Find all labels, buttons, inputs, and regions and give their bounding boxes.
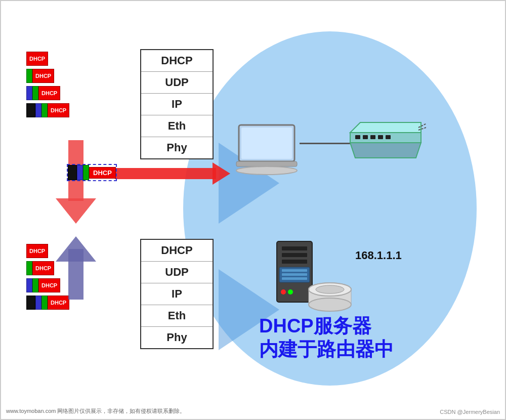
top-seg-ip-4 bbox=[35, 103, 41, 117]
dhcp-server-label-line1: DHCP服务器 bbox=[259, 315, 394, 338]
top-seg-udp-4 bbox=[41, 103, 48, 117]
watermark-right: CSDN @JermeryBesian bbox=[440, 409, 500, 415]
top-packets-group: DHCP DHCP DHCP DHCP bbox=[26, 52, 69, 117]
svg-rect-11 bbox=[386, 135, 391, 139]
svg-rect-17 bbox=[282, 260, 307, 264]
bot-seg-eth-4 bbox=[26, 296, 35, 310]
svg-rect-16 bbox=[282, 253, 307, 257]
bottom-layer-udp: UDP bbox=[141, 262, 213, 283]
svg-point-3 bbox=[236, 166, 297, 175]
top-seg-udp-3 bbox=[32, 86, 38, 100]
bot-seg-ip-3 bbox=[26, 278, 32, 292]
top-packet-row-1: DHCP bbox=[26, 52, 69, 66]
arrow-right-body bbox=[115, 168, 216, 179]
svg-point-22 bbox=[281, 289, 286, 295]
bottom-layer-eth: Eth bbox=[141, 305, 213, 327]
top-seg-udp-2 bbox=[26, 69, 32, 83]
top-seg-eth-4 bbox=[26, 103, 35, 117]
svg-rect-20 bbox=[282, 273, 307, 276]
top-seg-dhcp-1: DHCP bbox=[26, 52, 48, 66]
svg-rect-19 bbox=[282, 269, 307, 272]
svg-marker-6 bbox=[350, 122, 421, 133]
svg-rect-8 bbox=[363, 135, 368, 139]
send-seg-udp bbox=[83, 165, 89, 180]
bot-seg-udp-4 bbox=[41, 296, 48, 310]
svg-rect-2 bbox=[236, 161, 297, 166]
arrow-right-head bbox=[213, 162, 230, 185]
laptop bbox=[234, 122, 300, 178]
top-layer-phy: Phy bbox=[141, 137, 213, 158]
top-seg-ip-3 bbox=[26, 86, 32, 100]
bot-seg-dhcp-3: DHCP bbox=[38, 278, 60, 292]
top-packet-row-4: DHCP bbox=[26, 103, 69, 117]
svg-rect-7 bbox=[355, 135, 360, 139]
top-seg-dhcp-3: DHCP bbox=[38, 86, 60, 100]
svg-rect-9 bbox=[370, 135, 375, 139]
top-seg-dhcp-4: DHCP bbox=[48, 103, 69, 117]
server-group bbox=[274, 239, 355, 317]
top-layer-eth: Eth bbox=[141, 115, 213, 137]
top-layer-udp: UDP bbox=[141, 72, 213, 94]
svg-rect-21 bbox=[282, 277, 307, 280]
svg-point-26 bbox=[309, 298, 351, 311]
svg-rect-1 bbox=[241, 128, 292, 159]
bot-packet-row-4: DHCP bbox=[26, 296, 69, 310]
svg-marker-4 bbox=[350, 143, 421, 158]
svg-rect-10 bbox=[378, 135, 383, 139]
bottom-layer-ip: IP bbox=[141, 283, 213, 305]
bot-seg-dhcp-2: DHCP bbox=[32, 261, 54, 275]
bot-seg-ip-4 bbox=[35, 296, 41, 310]
bottom-layer-phy: Phy bbox=[141, 327, 213, 348]
send-seg-eth bbox=[68, 165, 77, 180]
svg-rect-15 bbox=[282, 246, 307, 250]
network-switch bbox=[345, 117, 426, 158]
bot-packet-row-3: DHCP bbox=[26, 278, 69, 292]
arrow-down-head bbox=[56, 198, 96, 224]
svg-point-28 bbox=[316, 285, 344, 293]
bot-seg-dhcp-4: DHCP bbox=[48, 296, 69, 310]
top-packet-row-3: DHCP bbox=[26, 86, 69, 100]
packet-sending: DHCP bbox=[67, 164, 117, 181]
top-packet-row-2: DHCP bbox=[26, 69, 69, 83]
bot-seg-udp-2 bbox=[26, 261, 32, 275]
send-seg-dhcp: DHCP bbox=[89, 167, 116, 179]
send-seg-ip bbox=[77, 165, 83, 180]
bottom-protocol-stack: DHCP UDP IP Eth Phy bbox=[140, 239, 214, 349]
bot-seg-dhcp-1: DHCP bbox=[26, 244, 48, 258]
arrow-up-head bbox=[56, 236, 96, 262]
top-protocol-stack: DHCP UDP IP Eth Phy bbox=[140, 49, 214, 159]
top-layer-ip: IP bbox=[141, 94, 213, 115]
bot-seg-udp-3 bbox=[32, 278, 38, 292]
bottom-layer-dhcp: DHCP bbox=[141, 240, 213, 262]
watermark-left: www.toymoban.com 网络图片仅供展示，非存储，如有侵权请联系删除。 bbox=[6, 407, 185, 415]
svg-point-23 bbox=[288, 289, 293, 295]
bot-packet-row-2: DHCP bbox=[26, 261, 69, 275]
ip-address-label: 168.1.1.1 bbox=[355, 249, 402, 262]
top-layer-dhcp: DHCP bbox=[141, 50, 213, 72]
dhcp-server-label: DHCP服务器 内建于路由器中 bbox=[259, 315, 394, 361]
top-seg-dhcp-2: DHCP bbox=[32, 69, 54, 83]
conn-line-laptop-switch bbox=[300, 143, 350, 144]
dhcp-server-label-line2: 内建于路由器中 bbox=[259, 338, 394, 361]
